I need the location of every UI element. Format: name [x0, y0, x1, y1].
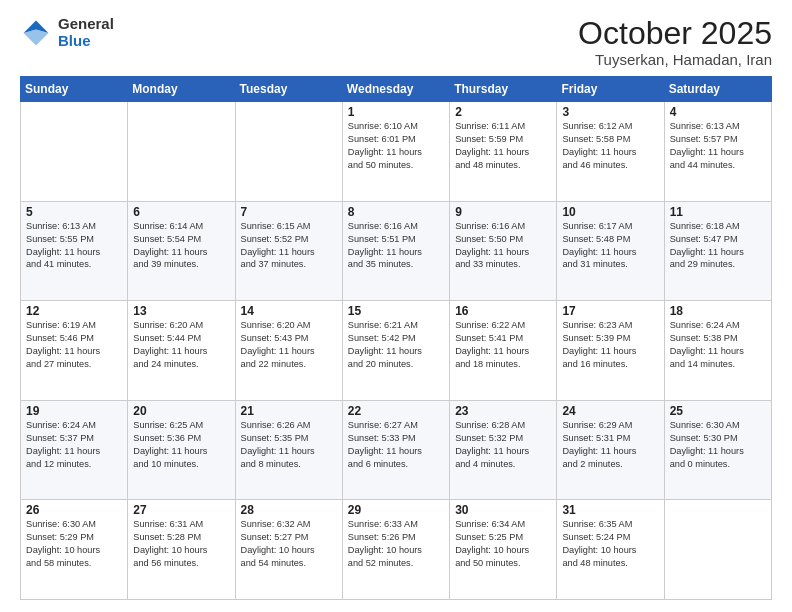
day-number-4-4: 30 [455, 503, 551, 517]
location: Tuyserkan, Hamadan, Iran [578, 51, 772, 68]
week-row-0: 1Sunrise: 6:10 AM Sunset: 6:01 PM Daylig… [21, 102, 772, 202]
day-info-2-5: Sunrise: 6:23 AM Sunset: 5:39 PM Dayligh… [562, 319, 658, 371]
calendar-cell-0-6: 4Sunrise: 6:13 AM Sunset: 5:57 PM Daylig… [664, 102, 771, 202]
day-info-3-1: Sunrise: 6:25 AM Sunset: 5:36 PM Dayligh… [133, 419, 229, 471]
day-info-3-0: Sunrise: 6:24 AM Sunset: 5:37 PM Dayligh… [26, 419, 122, 471]
header-tuesday: Tuesday [235, 77, 342, 102]
day-info-0-5: Sunrise: 6:12 AM Sunset: 5:58 PM Dayligh… [562, 120, 658, 172]
logo-icon [20, 17, 52, 49]
calendar-cell-2-6: 18Sunrise: 6:24 AM Sunset: 5:38 PM Dayli… [664, 301, 771, 401]
day-number-1-4: 9 [455, 205, 551, 219]
calendar-cell-1-3: 8Sunrise: 6:16 AM Sunset: 5:51 PM Daylig… [342, 201, 449, 301]
day-number-3-3: 22 [348, 404, 444, 418]
day-number-2-6: 18 [670, 304, 766, 318]
day-number-4-5: 31 [562, 503, 658, 517]
calendar-cell-1-4: 9Sunrise: 6:16 AM Sunset: 5:50 PM Daylig… [450, 201, 557, 301]
calendar-cell-3-5: 24Sunrise: 6:29 AM Sunset: 5:31 PM Dayli… [557, 400, 664, 500]
day-info-2-3: Sunrise: 6:21 AM Sunset: 5:42 PM Dayligh… [348, 319, 444, 371]
day-info-1-3: Sunrise: 6:16 AM Sunset: 5:51 PM Dayligh… [348, 220, 444, 272]
calendar-cell-3-1: 20Sunrise: 6:25 AM Sunset: 5:36 PM Dayli… [128, 400, 235, 500]
calendar-cell-0-0 [21, 102, 128, 202]
day-number-1-6: 11 [670, 205, 766, 219]
calendar-cell-3-4: 23Sunrise: 6:28 AM Sunset: 5:32 PM Dayli… [450, 400, 557, 500]
day-number-3-2: 21 [241, 404, 337, 418]
calendar-cell-0-4: 2Sunrise: 6:11 AM Sunset: 5:59 PM Daylig… [450, 102, 557, 202]
day-number-3-6: 25 [670, 404, 766, 418]
day-number-0-3: 1 [348, 105, 444, 119]
header-friday: Friday [557, 77, 664, 102]
calendar-cell-4-1: 27Sunrise: 6:31 AM Sunset: 5:28 PM Dayli… [128, 500, 235, 600]
day-number-0-4: 2 [455, 105, 551, 119]
logo: General Blue [20, 16, 114, 49]
day-number-2-3: 15 [348, 304, 444, 318]
day-number-1-2: 7 [241, 205, 337, 219]
calendar-cell-4-3: 29Sunrise: 6:33 AM Sunset: 5:26 PM Dayli… [342, 500, 449, 600]
calendar-cell-4-2: 28Sunrise: 6:32 AM Sunset: 5:27 PM Dayli… [235, 500, 342, 600]
day-info-1-5: Sunrise: 6:17 AM Sunset: 5:48 PM Dayligh… [562, 220, 658, 272]
day-info-2-6: Sunrise: 6:24 AM Sunset: 5:38 PM Dayligh… [670, 319, 766, 371]
calendar-cell-2-5: 17Sunrise: 6:23 AM Sunset: 5:39 PM Dayli… [557, 301, 664, 401]
calendar-cell-2-3: 15Sunrise: 6:21 AM Sunset: 5:42 PM Dayli… [342, 301, 449, 401]
header-wednesday: Wednesday [342, 77, 449, 102]
day-info-4-1: Sunrise: 6:31 AM Sunset: 5:28 PM Dayligh… [133, 518, 229, 570]
day-info-1-2: Sunrise: 6:15 AM Sunset: 5:52 PM Dayligh… [241, 220, 337, 272]
calendar-cell-1-2: 7Sunrise: 6:15 AM Sunset: 5:52 PM Daylig… [235, 201, 342, 301]
day-number-0-5: 3 [562, 105, 658, 119]
logo-text: General Blue [58, 16, 114, 49]
day-info-1-1: Sunrise: 6:14 AM Sunset: 5:54 PM Dayligh… [133, 220, 229, 272]
day-info-3-4: Sunrise: 6:28 AM Sunset: 5:32 PM Dayligh… [455, 419, 551, 471]
week-row-2: 12Sunrise: 6:19 AM Sunset: 5:46 PM Dayli… [21, 301, 772, 401]
day-number-2-2: 14 [241, 304, 337, 318]
day-number-4-3: 29 [348, 503, 444, 517]
day-info-2-1: Sunrise: 6:20 AM Sunset: 5:44 PM Dayligh… [133, 319, 229, 371]
day-number-0-6: 4 [670, 105, 766, 119]
calendar-cell-1-5: 10Sunrise: 6:17 AM Sunset: 5:48 PM Dayli… [557, 201, 664, 301]
calendar-cell-4-4: 30Sunrise: 6:34 AM Sunset: 5:25 PM Dayli… [450, 500, 557, 600]
day-info-4-2: Sunrise: 6:32 AM Sunset: 5:27 PM Dayligh… [241, 518, 337, 570]
day-info-4-0: Sunrise: 6:30 AM Sunset: 5:29 PM Dayligh… [26, 518, 122, 570]
calendar-cell-2-0: 12Sunrise: 6:19 AM Sunset: 5:46 PM Dayli… [21, 301, 128, 401]
day-info-0-6: Sunrise: 6:13 AM Sunset: 5:57 PM Dayligh… [670, 120, 766, 172]
day-number-1-3: 8 [348, 205, 444, 219]
calendar: Sunday Monday Tuesday Wednesday Thursday… [20, 76, 772, 600]
day-info-2-0: Sunrise: 6:19 AM Sunset: 5:46 PM Dayligh… [26, 319, 122, 371]
weekday-header-row: Sunday Monday Tuesday Wednesday Thursday… [21, 77, 772, 102]
day-number-1-5: 10 [562, 205, 658, 219]
day-info-2-4: Sunrise: 6:22 AM Sunset: 5:41 PM Dayligh… [455, 319, 551, 371]
day-info-3-3: Sunrise: 6:27 AM Sunset: 5:33 PM Dayligh… [348, 419, 444, 471]
logo-general-text: General [58, 16, 114, 33]
day-info-2-2: Sunrise: 6:20 AM Sunset: 5:43 PM Dayligh… [241, 319, 337, 371]
day-info-3-2: Sunrise: 6:26 AM Sunset: 5:35 PM Dayligh… [241, 419, 337, 471]
calendar-cell-3-0: 19Sunrise: 6:24 AM Sunset: 5:37 PM Dayli… [21, 400, 128, 500]
day-number-4-0: 26 [26, 503, 122, 517]
calendar-cell-0-1 [128, 102, 235, 202]
day-number-2-4: 16 [455, 304, 551, 318]
day-number-3-0: 19 [26, 404, 122, 418]
header-sunday: Sunday [21, 77, 128, 102]
calendar-cell-2-4: 16Sunrise: 6:22 AM Sunset: 5:41 PM Dayli… [450, 301, 557, 401]
calendar-cell-4-5: 31Sunrise: 6:35 AM Sunset: 5:24 PM Dayli… [557, 500, 664, 600]
day-number-1-1: 6 [133, 205, 229, 219]
calendar-cell-3-2: 21Sunrise: 6:26 AM Sunset: 5:35 PM Dayli… [235, 400, 342, 500]
calendar-cell-1-1: 6Sunrise: 6:14 AM Sunset: 5:54 PM Daylig… [128, 201, 235, 301]
header-saturday: Saturday [664, 77, 771, 102]
day-number-2-5: 17 [562, 304, 658, 318]
title-block: October 2025 Tuyserkan, Hamadan, Iran [578, 16, 772, 68]
month-title: October 2025 [578, 16, 772, 51]
page: General Blue October 2025 Tuyserkan, Ham… [0, 0, 792, 612]
day-number-2-1: 13 [133, 304, 229, 318]
calendar-cell-1-6: 11Sunrise: 6:18 AM Sunset: 5:47 PM Dayli… [664, 201, 771, 301]
day-info-0-3: Sunrise: 6:10 AM Sunset: 6:01 PM Dayligh… [348, 120, 444, 172]
day-info-4-4: Sunrise: 6:34 AM Sunset: 5:25 PM Dayligh… [455, 518, 551, 570]
logo-blue-text: Blue [58, 33, 114, 50]
day-number-3-1: 20 [133, 404, 229, 418]
header: General Blue October 2025 Tuyserkan, Ham… [20, 16, 772, 68]
week-row-1: 5Sunrise: 6:13 AM Sunset: 5:55 PM Daylig… [21, 201, 772, 301]
calendar-cell-4-6 [664, 500, 771, 600]
day-number-2-0: 12 [26, 304, 122, 318]
day-info-1-4: Sunrise: 6:16 AM Sunset: 5:50 PM Dayligh… [455, 220, 551, 272]
calendar-cell-2-1: 13Sunrise: 6:20 AM Sunset: 5:44 PM Dayli… [128, 301, 235, 401]
week-row-4: 26Sunrise: 6:30 AM Sunset: 5:29 PM Dayli… [21, 500, 772, 600]
calendar-cell-4-0: 26Sunrise: 6:30 AM Sunset: 5:29 PM Dayli… [21, 500, 128, 600]
week-row-3: 19Sunrise: 6:24 AM Sunset: 5:37 PM Dayli… [21, 400, 772, 500]
